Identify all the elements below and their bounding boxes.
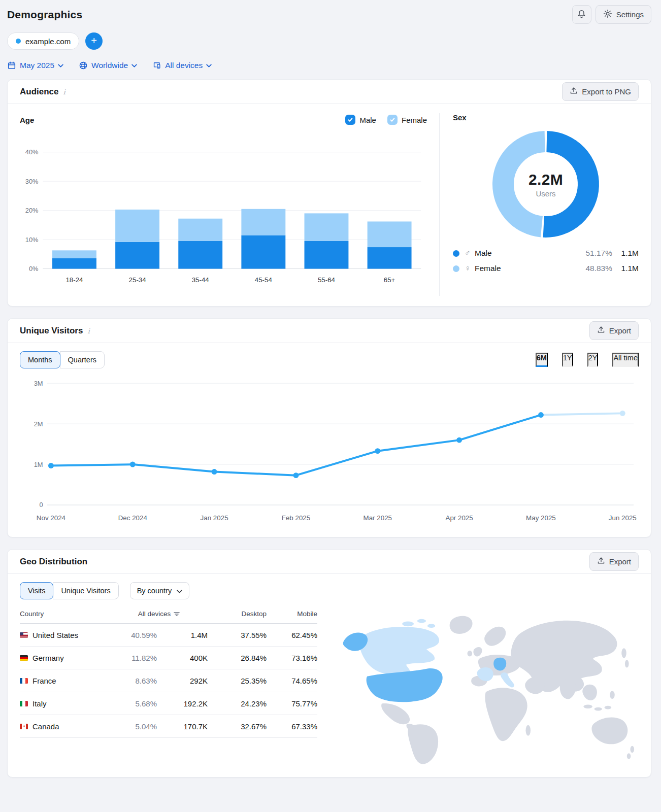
- group-by-label: By country: [137, 587, 172, 595]
- unique-visitors-card: Unique Visitors i Export MonthsQuarters …: [7, 318, 651, 537]
- visits-cell: 1.4M: [157, 631, 208, 639]
- range-2y[interactable]: 2Y: [587, 353, 599, 367]
- checkbox-checked-icon: [387, 115, 398, 125]
- legend-female-checkbox[interactable]: Female: [387, 115, 427, 125]
- world-map[interactable]: [330, 604, 639, 768]
- geo-table-header: CountryAll devicesDesktopMobile: [20, 604, 317, 624]
- geo-table-row-italy[interactable]: Italy5.68%192.2K24.23%75.77%: [20, 692, 317, 715]
- notifications-button[interactable]: [572, 5, 591, 24]
- svg-text:Apr 2025: Apr 2025: [446, 514, 473, 522]
- visits-cell: 192.2K: [157, 699, 208, 708]
- domain-chip[interactable]: example.com: [7, 32, 79, 50]
- svg-text:Dec 2024: Dec 2024: [118, 514, 148, 522]
- time-range-selector: 6M1Y2YAll time: [536, 353, 639, 367]
- svg-text:Feb 2025: Feb 2025: [282, 514, 310, 522]
- geo-body: CountryAll devicesDesktopMobileUnited St…: [8, 601, 651, 777]
- geo-table-row-canada[interactable]: Canada5.04%170.7K32.67%67.33%: [20, 715, 317, 738]
- info-icon[interactable]: i: [63, 88, 65, 96]
- col-mobile[interactable]: Mobile: [267, 610, 317, 618]
- country-cell: France: [20, 676, 110, 685]
- checkbox-checked-icon: [345, 115, 355, 125]
- region-filter-label: Worldwide: [91, 61, 128, 70]
- unique-visitors-line-chart[interactable]: 01M2M3MNov 2024Dec 2024Jan 2025Feb 2025M…: [20, 375, 639, 530]
- globe-icon: [79, 61, 88, 70]
- sex-legend-pct: 51.17%: [585, 249, 612, 258]
- sex-section: Sex 2.2M Users ♂Male51.17%1.1M♀Female48.…: [440, 113, 639, 296]
- group-by-dropdown[interactable]: By country: [130, 582, 190, 599]
- granularity-toggle: MonthsQuarters: [20, 351, 105, 368]
- region-filter[interactable]: Worldwide: [79, 61, 137, 70]
- export-to-png-label: Export to PNG: [582, 87, 631, 96]
- desktop-cell: 26.84%: [208, 654, 267, 662]
- col-desktop[interactable]: Desktop: [208, 610, 267, 618]
- country-cell: United States: [20, 631, 110, 639]
- unique-visitors-export-label: Export: [609, 326, 631, 335]
- desktop-cell: 37.55%: [208, 631, 267, 639]
- desktop-cell: 25.35%: [208, 676, 267, 685]
- add-domain-button[interactable]: +: [85, 32, 103, 50]
- svg-text:0: 0: [39, 501, 43, 509]
- range-6m[interactable]: 6M: [536, 353, 548, 367]
- sex-legend-row-female[interactable]: ♀Female48.83%1.1M: [453, 264, 639, 273]
- sex-legend-value: 1.1M: [612, 249, 639, 258]
- legend-male-label: Male: [359, 116, 376, 124]
- unique-visitors-export-button[interactable]: Export: [589, 321, 639, 340]
- age-bar-chart[interactable]: 0%10%20%30%40%18-2425-3435-4445-5455-646…: [20, 126, 427, 296]
- date-filter[interactable]: May 2025: [7, 61, 63, 70]
- geo-table-row-germany[interactable]: Germany11.82%400K26.84%73.16%: [20, 647, 317, 669]
- settings-button[interactable]: Settings: [596, 5, 651, 24]
- country-name: Canada: [32, 722, 59, 731]
- audience-card-header: Audience i Export to PNG: [8, 80, 651, 104]
- visits-cell: 170.7K: [157, 722, 208, 731]
- filters-row: May 2025 Worldwide: [7, 61, 651, 70]
- country-name: France: [32, 676, 56, 685]
- export-icon: [597, 557, 605, 566]
- flag-us-icon: [20, 632, 28, 638]
- mobile-cell: 75.77%: [267, 699, 317, 708]
- share-cell: 40.59%: [110, 631, 157, 639]
- chevron-down-icon: [58, 64, 63, 67]
- range-all-time[interactable]: All time: [612, 353, 639, 367]
- unique-visitors-card-header: Unique Visitors i Export: [8, 319, 651, 343]
- sex-legend-row-male[interactable]: ♂Male51.17%1.1M: [453, 249, 639, 258]
- chevron-down-icon: [131, 64, 137, 67]
- info-icon[interactable]: i: [87, 327, 89, 335]
- granularity-quarters[interactable]: Quarters: [60, 351, 105, 368]
- svg-text:Nov 2024: Nov 2024: [37, 514, 66, 522]
- range-1y[interactable]: 1Y: [562, 353, 573, 367]
- svg-text:2M: 2M: [34, 420, 43, 428]
- devices-filter[interactable]: All devices: [152, 61, 212, 70]
- geo-title: Geo Distribution: [20, 557, 87, 567]
- age-section: Age Male Female: [20, 113, 437, 296]
- sex-legend-value: 1.1M: [612, 264, 639, 273]
- export-to-png-button[interactable]: Export to PNG: [562, 82, 639, 101]
- date-filter-label: May 2025: [20, 61, 54, 70]
- svg-text:35-44: 35-44: [192, 276, 210, 284]
- granularity-months[interactable]: Months: [20, 351, 60, 368]
- mobile-cell: 73.16%: [267, 654, 317, 662]
- topbar-actions: Settings: [572, 5, 651, 24]
- geo-metric-visits[interactable]: Visits: [20, 582, 53, 599]
- svg-text:Mar 2025: Mar 2025: [363, 514, 392, 522]
- geo-table-row-united-states[interactable]: United States40.59%1.4M37.55%62.45%: [20, 624, 317, 647]
- devices-filter-label: All devices: [165, 61, 203, 70]
- svg-text:0%: 0%: [29, 265, 39, 273]
- domain-dot-icon: [16, 39, 21, 44]
- share-cell: 5.68%: [110, 699, 157, 708]
- svg-text:May 2025: May 2025: [526, 514, 556, 522]
- col-all-devices[interactable]: All devices: [110, 610, 208, 618]
- geo-table-row-france[interactable]: France8.63%292K25.35%74.65%: [20, 669, 317, 692]
- country-cell: Italy: [20, 699, 110, 708]
- flag-fr-icon: [20, 678, 28, 684]
- geo-metric-unique-visitors[interactable]: Unique Visitors: [53, 582, 118, 599]
- svg-text:65+: 65+: [384, 276, 395, 284]
- legend-male-checkbox[interactable]: Male: [345, 115, 376, 125]
- legend-dot-icon: [453, 265, 459, 272]
- svg-text:10%: 10%: [25, 236, 39, 244]
- age-legend: Male Female: [345, 115, 427, 125]
- geo-export-button[interactable]: Export: [589, 552, 639, 571]
- sex-donut-chart[interactable]: 2.2M Users: [490, 129, 601, 240]
- gender-symbol-icon: ♀: [465, 264, 475, 273]
- chevron-down-icon: [177, 587, 182, 595]
- gender-symbol-icon: ♂: [465, 249, 475, 258]
